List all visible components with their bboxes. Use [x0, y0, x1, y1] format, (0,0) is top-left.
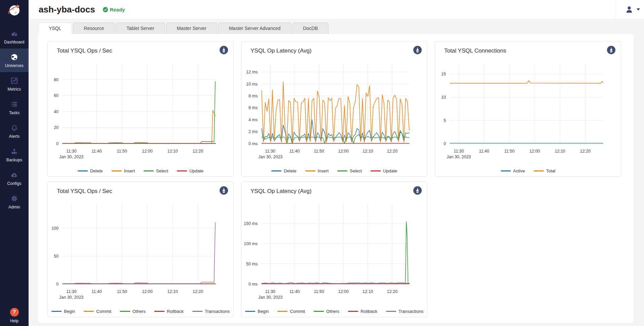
user-menu-button[interactable] — [616, 0, 640, 19]
svg-text:100 ms: 100 ms — [244, 241, 258, 246]
legend-label: Delete — [90, 168, 103, 173]
x-axis-date-label: Jan 30, 2023 — [59, 295, 83, 300]
legend-item-select[interactable]: Select — [337, 168, 362, 173]
legend-label: Delete — [284, 168, 297, 173]
sidebar-item-dashboard[interactable]: Dashboard — [0, 25, 29, 48]
legend-item-transactions[interactable]: Transactions — [192, 309, 230, 314]
svg-text:12:00: 12:00 — [142, 289, 152, 294]
sidebar-item-label: Metrics — [7, 87, 21, 92]
legend-swatch — [177, 170, 187, 171]
legend-item-commit[interactable]: Commit — [84, 309, 111, 314]
chart-card: YSQL Op Latency (Avg) 0 ms50 ms100 ms150… — [241, 182, 427, 317]
svg-text:0: 0 — [444, 141, 446, 146]
tab-tablet-server[interactable]: Tablet Server — [116, 23, 165, 34]
legend-label: Others — [326, 309, 339, 314]
legend-item-begin[interactable]: Begin — [245, 309, 269, 314]
legend-swatch — [386, 311, 396, 312]
chart-legend: ActiveTotal — [435, 168, 621, 173]
sidebar-item-alerts[interactable]: Alerts — [0, 119, 29, 143]
planet-rocket-icon — [7, 3, 22, 18]
tab-docdb[interactable]: DocDB — [292, 23, 329, 34]
help-icon: ? — [10, 308, 19, 317]
tab-master-server-advanced[interactable]: Master Server Advanced — [218, 23, 291, 34]
legend-item-insert[interactable]: Insert — [112, 168, 135, 173]
legend-item-transactions[interactable]: Transactions — [386, 309, 423, 314]
svg-text:12:20: 12:20 — [580, 149, 591, 154]
svg-text:15: 15 — [441, 72, 446, 76]
sidebar-item-metrics[interactable]: Metrics — [0, 72, 29, 96]
svg-text:50 ms: 50 ms — [246, 262, 258, 266]
sidebar-item-backups[interactable]: Backups — [0, 143, 29, 166]
legend-item-delete[interactable]: Delete — [78, 168, 103, 173]
legend-label: Transactions — [399, 309, 423, 314]
svg-text:12:00: 12:00 — [529, 149, 540, 154]
legend-item-others[interactable]: Others — [314, 309, 339, 314]
svg-text:12:00: 12:00 — [338, 289, 348, 294]
legend-swatch — [192, 311, 202, 312]
legend-item-rollback[interactable]: Rollback — [154, 309, 184, 314]
chart-card: YSQL Op Latency (Avg) 0 ms2 ms4 ms6 ms8 … — [241, 41, 427, 177]
legend-item-total[interactable]: Total — [534, 168, 555, 173]
series-line-transactions — [262, 283, 409, 284]
legend-label: Total — [546, 168, 555, 173]
svg-text:11:30: 11:30 — [454, 149, 464, 154]
x-axis-date-label: Jan 30, 2023 — [447, 155, 471, 159]
svg-text:0 ms: 0 ms — [249, 141, 258, 146]
svg-text:11:30: 11:30 — [265, 149, 275, 154]
legend-item-update[interactable]: Update — [371, 168, 397, 173]
svg-text:12:00: 12:00 — [142, 149, 152, 154]
tasks-icon — [10, 100, 18, 108]
legend-item-active[interactable]: Active — [501, 168, 525, 173]
legend-label: Rollback — [361, 309, 377, 314]
svg-text:11:50: 11:50 — [117, 149, 127, 154]
svg-text:11:40: 11:40 — [479, 149, 489, 154]
chart-plot: 0 ms50 ms100 ms150 ms11:3011:4011:5012:0… — [241, 182, 428, 318]
chart-legend: BeginCommitOthersRollbackTransactions — [48, 309, 233, 314]
legend-item-others[interactable]: Others — [120, 309, 146, 314]
legend-label: Select — [350, 168, 362, 173]
svg-text:11:40: 11:40 — [290, 289, 300, 294]
sidebar-item-admin[interactable]: Admin — [0, 190, 29, 214]
legend-label: Select — [156, 168, 168, 173]
svg-text:12:20: 12:20 — [387, 289, 397, 294]
series-line-total — [450, 80, 603, 83]
chart-plot: 05010011:3011:4011:5012:0012:1012:20Jan … — [48, 182, 234, 318]
svg-text:8 ms: 8 ms — [249, 94, 258, 98]
sidebar-item-label: Universes — [5, 63, 24, 68]
svg-text:50: 50 — [54, 254, 59, 259]
legend-label: Insert — [318, 168, 329, 173]
legend-swatch — [277, 311, 288, 312]
svg-text:4 ms: 4 ms — [249, 118, 258, 122]
legend-item-select[interactable]: Select — [144, 168, 168, 173]
legend-item-commit[interactable]: Commit — [277, 309, 305, 314]
legend-item-delete[interactable]: Delete — [271, 168, 297, 173]
sidebar-item-universes[interactable]: Universes — [0, 48, 29, 72]
series-line-transactions — [63, 223, 215, 284]
legend-swatch — [51, 311, 62, 312]
svg-text:11:40: 11:40 — [91, 289, 102, 294]
legend-item-rollback[interactable]: Rollback — [348, 309, 377, 314]
sidebar-item-label: Alerts — [9, 134, 20, 139]
legend-item-begin[interactable]: Begin — [51, 309, 75, 314]
series-line-select — [262, 130, 409, 143]
status-badge: Ready — [103, 7, 125, 12]
svg-text:11:30: 11:30 — [66, 149, 76, 154]
yugabyte-logo-icon[interactable] — [0, 0, 29, 20]
chart-plot: 02040608011:3011:4011:5012:0012:1012:20J… — [48, 41, 234, 177]
legend-item-update[interactable]: Update — [177, 168, 203, 173]
legend-swatch — [78, 170, 88, 171]
chart-legend: BeginCommitOthersRollbackTransactions — [241, 309, 427, 314]
legend-label: Begin — [258, 309, 269, 314]
sidebar-item-tasks[interactable]: Tasks — [0, 96, 29, 119]
sidebar-item-help[interactable]: ? Help — [0, 308, 29, 323]
tab-resource[interactable]: Resource — [73, 23, 115, 34]
legend-item-insert[interactable]: Insert — [305, 168, 329, 173]
svg-text:12:10: 12:10 — [167, 149, 178, 154]
series-line-select — [63, 82, 215, 143]
metrics-icon — [10, 76, 18, 85]
tab-ysql[interactable]: YSQL — [38, 23, 72, 34]
sidebar-item-configs[interactable]: Configs — [0, 166, 29, 190]
main-content: YSQLResourceTablet ServerMaster ServerMa… — [29, 19, 644, 326]
universes-icon — [10, 53, 18, 61]
tab-master-server[interactable]: Master Server — [166, 23, 217, 34]
